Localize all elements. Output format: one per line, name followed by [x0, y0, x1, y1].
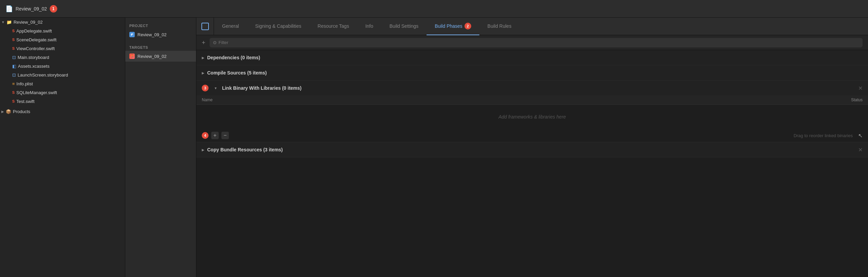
content-area: General Signing & Capabilities Resource … — [196, 18, 868, 277]
col-name: Name — [196, 95, 800, 105]
targets-section-header: TARGETS — [125, 43, 196, 51]
folder-icon-root: 📁 — [6, 20, 12, 25]
section-dependencies: ▶ Dependencies (0 items) — [196, 50, 868, 65]
file-label-mainstoryboard: Main.storyboard — [18, 55, 49, 60]
file-item-test[interactable]: S Test.swift — [0, 97, 125, 106]
file-label-test: Test.swift — [16, 99, 34, 104]
file-label-scenedelegate: SceneDelegate.swift — [16, 37, 57, 42]
nav-square-icon — [201, 23, 209, 30]
file-navigator: ▼ 📁 Review_09_02 S AppDelegate.swift S S… — [0, 18, 125, 277]
target-name-label: Review_09_02 — [137, 54, 167, 59]
tab-buildsettings[interactable]: Build Settings — [382, 18, 427, 35]
linkbinary-footer: 4 + − Drag to reorder linked binaries ↖ — [196, 129, 868, 142]
swift-icon-test: S — [12, 99, 15, 103]
drag-message: Drag to reorder linked binaries — [794, 133, 853, 138]
navigator-icon[interactable] — [196, 18, 214, 35]
project-blue-icon — [129, 32, 135, 37]
tab-buildphases[interactable]: Build Phases 2 — [427, 18, 479, 35]
target-item-review[interactable]: 🏃 Review_09_02 — [125, 51, 196, 62]
plist-icon: ≡ — [12, 81, 15, 86]
compilesources-header[interactable]: ▶ Compile Sources (5 items) — [196, 65, 868, 80]
filter-input-wrap: ⊙ — [210, 38, 863, 47]
title-bar-content: 📄 Review_09_02 1 — [5, 5, 57, 13]
file-item-scenedelegate[interactable]: S SceneDelegate.swift — [0, 35, 125, 44]
dependencies-title: Dependencies (0 items) — [207, 55, 863, 60]
file-item-infoplist[interactable]: ≡ Info.plist — [0, 79, 125, 88]
swift-icon-scenedelegate: S — [12, 38, 15, 42]
empty-row: Add frameworks & libraries here — [196, 105, 868, 129]
remove-library-button[interactable]: − — [221, 132, 229, 139]
section-linkbinary: 3 ▼ Link Binary With Libraries (0 items)… — [196, 81, 868, 142]
add-library-button[interactable]: + — [211, 132, 219, 139]
file-item-assets[interactable]: ◧ Assets.xcassets — [0, 62, 125, 70]
folder-arrow-root: ▼ — [1, 20, 5, 24]
main-layout: ▼ 📁 Review_09_02 S AppDelegate.swift S S… — [0, 18, 868, 277]
empty-message: Add frameworks & libraries here — [498, 114, 566, 120]
file-item-mainstoryboard[interactable]: ⊡ Main.storyboard — [0, 53, 125, 62]
tab-general[interactable]: General — [214, 18, 247, 35]
swift-icon-sqlitemanager: S — [12, 90, 15, 94]
file-item-products[interactable]: ▶ 📦 Products — [0, 107, 125, 116]
file-item-root[interactable]: ▼ 📁 Review_09_02 — [0, 18, 125, 26]
project-item-review[interactable]: Review_09_02 — [125, 29, 196, 40]
add-remove-badge: 4 — [202, 132, 209, 139]
storyboard-icon-launch: ⊡ — [12, 72, 16, 78]
build-content: + ⊙ ▶ Dependencies (0 items) ▶ Compile S… — [196, 35, 868, 277]
add-phase-button[interactable]: + — [202, 40, 205, 46]
tab-buildrules[interactable]: Build Rules — [479, 18, 520, 35]
project-name-label: Review_09_02 — [137, 32, 167, 37]
linkbinary-arrow: ▼ — [214, 86, 217, 90]
tab-resourcetags[interactable]: Resource Tags — [309, 18, 357, 35]
linkbinary-title: Link Binary With Libraries (0 items) — [222, 85, 855, 91]
buildphases-badge: 2 — [464, 23, 471, 29]
col-status: Status — [800, 95, 868, 105]
linkbinary-header[interactable]: 3 ▼ Link Binary With Libraries (0 items)… — [196, 81, 868, 95]
xcassets-icon: ◧ — [12, 64, 16, 69]
file-icon: 📄 — [5, 5, 13, 13]
folder-arrow-products: ▶ — [1, 110, 4, 113]
file-label-assets: Assets.xcassets — [18, 64, 49, 69]
file-label-products: Products — [13, 109, 30, 114]
compilesources-arrow: ▶ — [202, 71, 204, 75]
target-icon: 🏃 — [129, 54, 135, 59]
section-compilesources: ▶ Compile Sources (5 items) — [196, 65, 868, 81]
dependencies-header[interactable]: ▶ Dependencies (0 items) — [196, 50, 868, 65]
copybundle-arrow: ▶ — [202, 148, 204, 152]
file-label-sqlitemanager: SQLiteManager.swift — [16, 90, 57, 95]
file-item-appdelegate[interactable]: S AppDelegate.swift — [0, 26, 125, 35]
file-label-root: Review_09_02 — [14, 20, 43, 25]
products-icon: 📦 — [6, 109, 11, 114]
title-bar: 📄 Review_09_02 1 — [0, 0, 868, 18]
linkbinary-badge: 3 — [202, 85, 209, 91]
file-label-appdelegate: AppDelegate.swift — [16, 28, 52, 34]
title-badge: 1 — [50, 5, 57, 13]
file-label-launchscreen: LaunchScreen.storyboard — [18, 72, 68, 78]
section-copybundle: ▶ Copy Bundle Resources (3 items) ✕ — [196, 142, 868, 157]
copybundle-close-button[interactable]: ✕ — [858, 147, 863, 153]
linkbinary-close-button[interactable]: ✕ — [858, 85, 863, 91]
filter-input[interactable] — [219, 40, 859, 45]
swift-icon-viewcontroller: S — [12, 46, 15, 50]
cursor-icon: ↖ — [858, 132, 863, 139]
filter-icon: ⊙ — [213, 40, 217, 45]
copybundle-header[interactable]: ▶ Copy Bundle Resources (3 items) ✕ — [196, 142, 868, 157]
file-label-infoplist: Info.plist — [17, 81, 33, 86]
file-item-viewcontroller[interactable]: S ViewController.swift — [0, 44, 125, 53]
linkbinary-table: Name Status Add frameworks & libraries h… — [196, 95, 868, 129]
file-label-viewcontroller: ViewController.swift — [16, 46, 55, 51]
storyboard-icon-main: ⊡ — [12, 55, 16, 60]
compilesources-title: Compile Sources (5 items) — [207, 70, 863, 76]
file-item-launchscreen[interactable]: ⊡ LaunchScreen.storyboard — [0, 70, 125, 79]
tab-info[interactable]: Info — [357, 18, 381, 35]
file-item-sqlitemanager[interactable]: S SQLiteManager.swift — [0, 88, 125, 97]
tabs-bar: General Signing & Capabilities Resource … — [196, 18, 868, 35]
window-title: Review_09_02 — [16, 6, 47, 12]
dependencies-arrow: ▶ — [202, 56, 204, 60]
project-section-header: PROJECT — [125, 22, 196, 29]
project-panel: PROJECT Review_09_02 TARGETS 🏃 Review_09… — [125, 18, 196, 277]
tab-signing[interactable]: Signing & Capabilities — [247, 18, 309, 35]
filter-bar: + ⊙ — [196, 35, 868, 50]
swift-icon-appdelegate: S — [12, 29, 15, 33]
copybundle-title: Copy Bundle Resources (3 items) — [207, 147, 855, 152]
